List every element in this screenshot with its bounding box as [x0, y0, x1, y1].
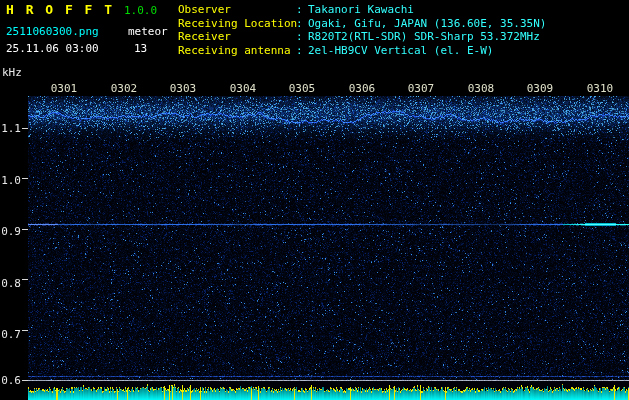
time-tick-label: 0305 — [289, 82, 316, 95]
app-version: 1.0.0 — [124, 4, 157, 17]
frequency-axis: kHz 1.1 1.0 0.9 0.8 0.7 0.6 — [0, 0, 26, 400]
time-tick-label: 0308 — [468, 82, 495, 95]
time-tick-label: 0304 — [230, 82, 257, 95]
frequency-tick-label: 0.7 — [0, 328, 21, 341]
time-tick-label: 0301 — [51, 82, 78, 95]
time-tick-label: 0307 — [408, 82, 435, 95]
info-row-receiver: Receiver : R820T2(RTL-SDR) SDR-Sharp 53.… — [178, 30, 546, 44]
frequency-tick-label: 1.0 — [0, 174, 21, 187]
info-label: Observer — [178, 3, 296, 17]
info-colon: : — [296, 44, 308, 58]
info-label: Receiving antenna — [178, 44, 296, 58]
hrofft-output-screen: H R O F F T 1.0.0 2511060300.png meteor … — [0, 0, 629, 400]
frequency-tick-label: 0.6 — [0, 374, 21, 387]
time-axis: 0301 0302 0303 0304 0305 0306 0307 0308 … — [0, 82, 629, 96]
info-label: Receiving Location — [178, 17, 296, 31]
time-tick-label: 0306 — [349, 82, 376, 95]
time-tick-label: 0309 — [527, 82, 554, 95]
info-colon: : — [296, 30, 308, 44]
info-row-antenna: Receiving antenna : 2el-HB9CV Vertical (… — [178, 44, 546, 58]
info-colon: : — [296, 3, 308, 17]
time-tick-label: 0310 — [587, 82, 614, 95]
time-tick-label: 0303 — [170, 82, 197, 95]
frequency-unit-label: kHz — [2, 66, 22, 79]
station-info: Observer : Takanori Kawachi Receiving Lo… — [178, 3, 546, 57]
info-label: Receiver — [178, 30, 296, 44]
frequency-tick-label: 0.9 — [0, 225, 21, 238]
frequency-tick-label: 1.1 — [0, 122, 21, 135]
info-colon: : — [296, 17, 308, 31]
info-value: Takanori Kawachi — [308, 3, 414, 17]
echo-count: 13 — [134, 42, 147, 55]
info-value: Ogaki, Gifu, JAPAN (136.60E, 35.35N) — [308, 17, 546, 31]
info-value: 2el-HB9CV Vertical (el. E-W) — [308, 44, 493, 58]
info-value: R820T2(RTL-SDR) SDR-Sharp 53.372MHz — [308, 30, 540, 44]
mode-label: meteor — [128, 25, 168, 38]
info-row-location: Receiving Location : Ogaki, Gifu, JAPAN … — [178, 17, 546, 31]
spectrogram-canvas — [0, 0, 629, 400]
info-row-observer: Observer : Takanori Kawachi — [178, 3, 546, 17]
time-tick-label: 0302 — [111, 82, 138, 95]
frequency-tick-label: 0.8 — [0, 277, 21, 290]
